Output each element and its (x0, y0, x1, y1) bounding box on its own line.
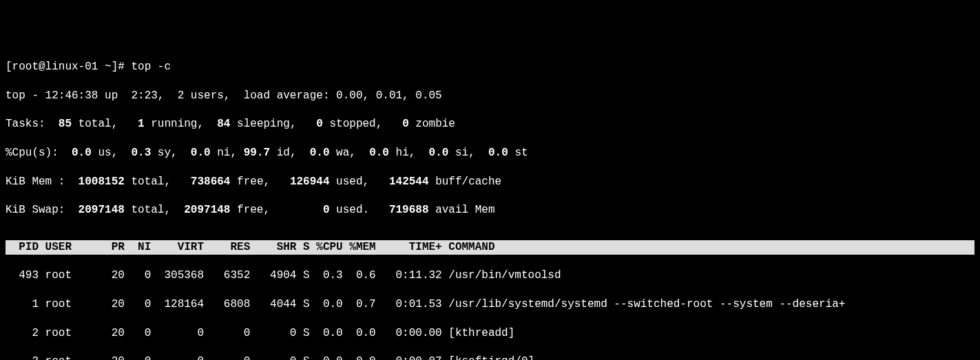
process-table-header: PID USER PR NI VIRT RES SHR S %CPU %MEM … (6, 240, 974, 255)
prompt: [root@linux-01 ~]# (6, 61, 131, 73)
summary-line-swap: KiB Swap: 2097148 total, 2097148 free, 0… (6, 203, 974, 218)
process-row: 3 root 20 0 0 0 0 S 0.0 0.0 0:00.07 [kso… (6, 354, 974, 360)
command: top -c (131, 61, 171, 73)
summary-line-cpu: %Cpu(s): 0.0 us, 0.3 sy, 0.0 ni, 99.7 id… (6, 146, 974, 160)
prompt-line[interactable]: [root@linux-01 ~]# top -c (6, 60, 974, 74)
summary-line-mem: KiB Mem : 1008152 total, 738664 free, 12… (6, 175, 974, 189)
process-row: 1 root 20 0 128164 6808 4044 S 0.0 0.7 0… (6, 297, 974, 312)
summary-line-1: top - 12:46:38 up 2:23, 2 users, load av… (6, 89, 974, 103)
process-row: 2 root 20 0 0 0 0 S 0.0 0.0 0:00.00 [kth… (6, 326, 974, 341)
summary-line-tasks: Tasks: 85 total, 1 running, 84 sleeping,… (6, 117, 974, 131)
process-row: 493 root 20 0 305368 6352 4904 S 0.3 0.6… (6, 268, 974, 283)
